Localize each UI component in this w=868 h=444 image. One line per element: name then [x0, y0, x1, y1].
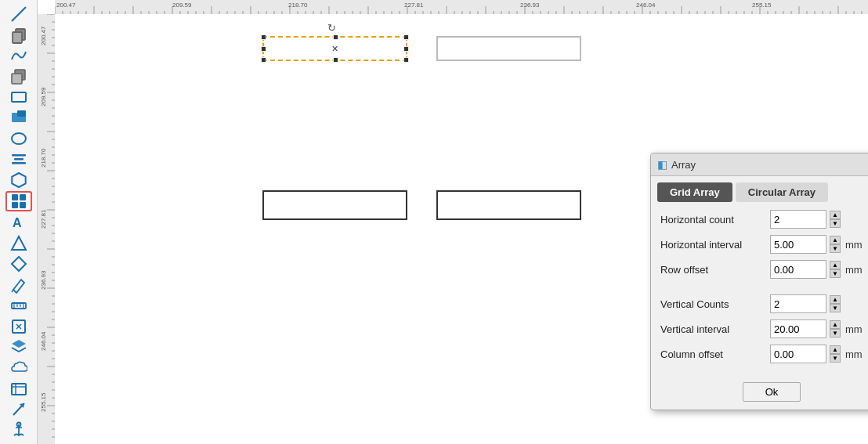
ok-button[interactable]: Ok [743, 382, 801, 402]
copy-tool[interactable] [5, 25, 32, 44]
line-tool[interactable] [5, 5, 32, 23]
frame-tool[interactable] [5, 379, 32, 398]
vertical-interval-input[interactable] [770, 319, 826, 338]
shape-rect-2[interactable] [262, 190, 407, 220]
vertical-interval-input-wrap: ▲ ▼ mm [770, 319, 863, 338]
column-offset-down[interactable]: ▼ [830, 354, 841, 363]
handle-tm[interactable] [333, 34, 338, 40]
row-offset-up[interactable]: ▲ [830, 261, 841, 269]
handle-tr[interactable] [403, 34, 409, 40]
row-offset-down[interactable]: ▼ [830, 269, 841, 278]
column-offset-unit: mm [845, 348, 863, 360]
horizontal-count-down[interactable]: ▼ [830, 219, 841, 228]
svg-rect-15 [12, 202, 18, 208]
handle-bm[interactable] [333, 57, 338, 63]
horizontal-interval-spinners: ▲ ▼ [830, 236, 841, 253]
horizontal-interval-input[interactable] [770, 235, 826, 254]
curve-tool[interactable] [5, 46, 32, 65]
vertical-counts-down[interactable]: ▼ [830, 304, 841, 312]
handle-mr[interactable] [403, 46, 409, 52]
dialog-title: ◧ Array [657, 158, 696, 171]
grid-array-tool[interactable] [5, 191, 32, 211]
vertical-interval-row: Vertical interval ▲ ▼ mm [660, 319, 868, 338]
cloud-tool[interactable] [5, 358, 32, 377]
dialog-tabs: Grid Array Circular Array [651, 176, 868, 202]
svg-rect-7 [17, 110, 26, 117]
svg-rect-29 [12, 384, 26, 395]
tab-grid-array[interactable]: Grid Array [657, 182, 732, 202]
horizontal-interval-down[interactable]: ▼ [830, 244, 841, 253]
horizontal-interval-row: Horizontal interval ▲ ▼ mm [660, 235, 868, 254]
row-offset-row: Row offset ▲ ▼ mm [660, 260, 868, 279]
shape-rect-4[interactable] [436, 190, 581, 220]
rect-tool[interactable] [5, 88, 32, 106]
dialog-title-text: Array [671, 159, 696, 171]
row-offset-input-wrap: ▲ ▼ mm [770, 260, 863, 279]
blue-rect-tool[interactable] [5, 108, 32, 127]
row-offset-spinners: ▲ ▼ [830, 261, 841, 278]
row-offset-input[interactable] [770, 260, 826, 279]
vertical-interval-down[interactable]: ▼ [830, 329, 841, 338]
measure-tool[interactable] [5, 296, 32, 315]
svg-marker-19 [12, 257, 26, 271]
dialog-icon: ◧ [657, 158, 667, 171]
arrow-tool[interactable] [5, 399, 32, 418]
svg-rect-10 [14, 158, 24, 161]
svg-rect-2 [13, 32, 22, 43]
ruler-top [55, 0, 868, 14]
column-offset-label: Column offset [660, 348, 770, 360]
svg-rect-13 [12, 194, 18, 200]
vertical-counts-row: Vertical Counts ▲ ▼ [660, 294, 868, 313]
vertical-interval-unit: mm [845, 323, 863, 335]
column-offset-input[interactable] [770, 345, 826, 363]
svg-rect-9 [12, 154, 26, 157]
vertical-interval-spinners: ▲ ▼ [830, 320, 841, 338]
vertical-counts-label: Vertical Counts [660, 298, 770, 310]
anchor-tool[interactable] [5, 421, 32, 439]
horizontal-count-input-wrap: ▲ ▼ [770, 210, 841, 229]
edit-tool[interactable] [5, 275, 32, 294]
ghost-shape-1 [436, 36, 581, 61]
handle-br[interactable] [403, 57, 409, 63]
svg-text:A: A [13, 216, 22, 229]
toolbar: A [0, 0, 38, 444]
rotate-handle[interactable]: ↻ [327, 22, 336, 34]
hexagon-tool[interactable] [5, 171, 32, 190]
svg-point-8 [12, 133, 26, 144]
text-tool[interactable]: A [5, 213, 32, 232]
dialog-titlebar: ◧ Array × [651, 153, 868, 176]
tab-circular-array[interactable]: Circular Array [736, 182, 828, 202]
horizontal-interval-unit: mm [845, 239, 863, 251]
horizontal-count-row: Horizontal count ▲ ▼ [660, 210, 868, 229]
svg-marker-18 [12, 236, 26, 250]
svg-marker-12 [12, 173, 25, 187]
move-tool[interactable] [5, 316, 32, 335]
align-tool[interactable] [5, 150, 32, 168]
duplicate-tool[interactable] [5, 67, 32, 85]
column-offset-input-wrap: ▲ ▼ mm [770, 345, 863, 363]
canvas-area: × ↻ ◧ Array × Grid Array [38, 0, 868, 444]
horizontal-interval-label: Horizontal interval [660, 239, 770, 251]
svg-rect-16 [20, 202, 26, 208]
vertical-interval-up[interactable]: ▲ [830, 320, 841, 329]
handle-ml[interactable] [261, 46, 266, 52]
vertical-counts-input-wrap: ▲ ▼ [770, 294, 841, 313]
horizontal-count-input[interactable] [770, 210, 826, 229]
ellipse-tool[interactable] [5, 129, 32, 148]
svg-rect-4 [12, 74, 22, 84]
center-mark: × [331, 42, 338, 55]
paint-tool[interactable] [5, 254, 32, 273]
handle-bl[interactable] [261, 57, 266, 63]
horizontal-interval-up[interactable]: ▲ [830, 236, 841, 244]
triangle-tool[interactable] [5, 234, 32, 253]
horizontal-count-label: Horizontal count [660, 214, 770, 226]
layers-tool[interactable] [5, 338, 32, 356]
horizontal-count-up[interactable]: ▲ [830, 211, 841, 219]
column-offset-row: Column offset ▲ ▼ mm [660, 345, 868, 363]
vertical-counts-up[interactable]: ▲ [830, 295, 841, 304]
handle-tl[interactable] [261, 34, 266, 40]
column-offset-up[interactable]: ▲ [830, 345, 841, 354]
vertical-counts-input[interactable] [770, 294, 826, 313]
ruler-left [38, 14, 55, 444]
selected-shape[interactable]: × [262, 36, 407, 61]
